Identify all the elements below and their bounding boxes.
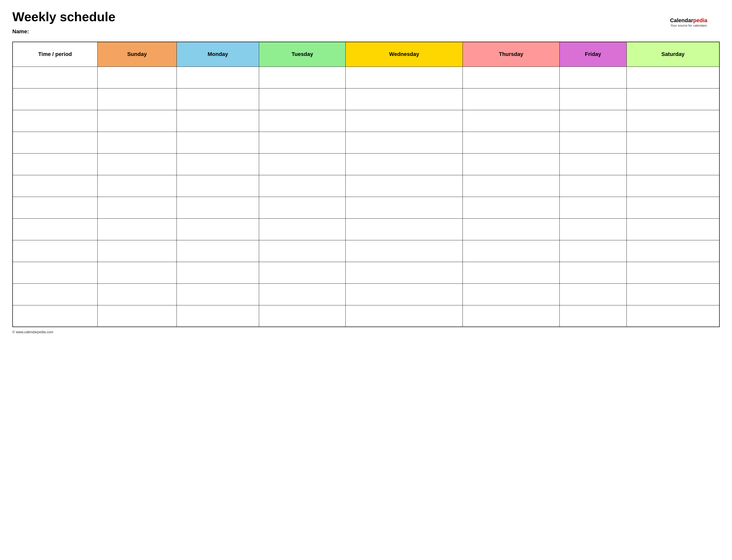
schedule-cell[interactable] — [177, 67, 259, 88]
schedule-cell[interactable] — [97, 67, 177, 88]
time-cell[interactable] — [13, 132, 97, 153]
time-cell[interactable] — [13, 262, 97, 283]
schedule-cell[interactable] — [177, 88, 259, 110]
schedule-cell[interactable] — [627, 132, 719, 153]
schedule-cell[interactable] — [346, 197, 463, 218]
schedule-cell[interactable] — [559, 240, 626, 262]
schedule-cell[interactable] — [97, 110, 177, 132]
schedule-cell[interactable] — [559, 153, 626, 175]
schedule-cell[interactable] — [177, 197, 259, 218]
schedule-cell[interactable] — [346, 153, 463, 175]
schedule-cell[interactable] — [463, 218, 559, 240]
table-row[interactable] — [13, 110, 719, 132]
schedule-cell[interactable] — [97, 153, 177, 175]
schedule-cell[interactable] — [627, 67, 719, 88]
schedule-cell[interactable] — [97, 262, 177, 283]
schedule-cell[interactable] — [559, 88, 626, 110]
schedule-cell[interactable] — [463, 262, 559, 283]
schedule-cell[interactable] — [346, 218, 463, 240]
schedule-cell[interactable] — [97, 283, 177, 305]
time-cell[interactable] — [13, 197, 97, 218]
schedule-cell[interactable] — [259, 132, 346, 153]
schedule-cell[interactable] — [463, 88, 559, 110]
schedule-cell[interactable] — [259, 218, 346, 240]
schedule-cell[interactable] — [177, 218, 259, 240]
schedule-cell[interactable] — [559, 262, 626, 283]
schedule-cell[interactable] — [463, 132, 559, 153]
schedule-cell[interactable] — [559, 110, 626, 132]
table-row[interactable] — [13, 240, 719, 262]
schedule-cell[interactable] — [97, 197, 177, 218]
schedule-cell[interactable] — [177, 262, 259, 283]
table-row[interactable] — [13, 218, 719, 240]
schedule-cell[interactable] — [463, 305, 559, 327]
schedule-cell[interactable] — [559, 218, 626, 240]
schedule-cell[interactable] — [259, 110, 346, 132]
schedule-cell[interactable] — [559, 283, 626, 305]
time-cell[interactable] — [13, 88, 97, 110]
schedule-cell[interactable] — [259, 175, 346, 197]
schedule-cell[interactable] — [97, 175, 177, 197]
schedule-cell[interactable] — [346, 262, 463, 283]
schedule-cell[interactable] — [259, 283, 346, 305]
schedule-cell[interactable] — [177, 132, 259, 153]
schedule-cell[interactable] — [177, 305, 259, 327]
schedule-cell[interactable] — [346, 110, 463, 132]
schedule-cell[interactable] — [559, 197, 626, 218]
schedule-cell[interactable] — [97, 218, 177, 240]
schedule-cell[interactable] — [97, 305, 177, 327]
schedule-cell[interactable] — [463, 110, 559, 132]
time-cell[interactable] — [13, 305, 97, 327]
schedule-cell[interactable] — [259, 240, 346, 262]
schedule-cell[interactable] — [177, 283, 259, 305]
schedule-cell[interactable] — [346, 283, 463, 305]
table-row[interactable] — [13, 305, 719, 327]
schedule-cell[interactable] — [559, 67, 626, 88]
schedule-cell[interactable] — [97, 132, 177, 153]
schedule-cell[interactable] — [627, 305, 719, 327]
schedule-cell[interactable] — [559, 132, 626, 153]
schedule-cell[interactable] — [177, 240, 259, 262]
schedule-cell[interactable] — [177, 153, 259, 175]
time-cell[interactable] — [13, 218, 97, 240]
schedule-cell[interactable] — [627, 197, 719, 218]
time-cell[interactable] — [13, 110, 97, 132]
schedule-cell[interactable] — [346, 88, 463, 110]
schedule-cell[interactable] — [259, 305, 346, 327]
schedule-cell[interactable] — [346, 240, 463, 262]
schedule-cell[interactable] — [627, 175, 719, 197]
table-row[interactable] — [13, 88, 719, 110]
schedule-cell[interactable] — [346, 67, 463, 88]
schedule-cell[interactable] — [463, 175, 559, 197]
schedule-cell[interactable] — [463, 283, 559, 305]
schedule-cell[interactable] — [627, 283, 719, 305]
schedule-cell[interactable] — [559, 175, 626, 197]
schedule-cell[interactable] — [463, 67, 559, 88]
table-row[interactable] — [13, 132, 719, 153]
time-cell[interactable] — [13, 67, 97, 88]
schedule-cell[interactable] — [627, 88, 719, 110]
time-cell[interactable] — [13, 283, 97, 305]
schedule-cell[interactable] — [259, 197, 346, 218]
schedule-cell[interactable] — [177, 175, 259, 197]
schedule-cell[interactable] — [463, 197, 559, 218]
schedule-cell[interactable] — [559, 305, 626, 327]
schedule-cell[interactable] — [463, 240, 559, 262]
table-row[interactable] — [13, 67, 719, 88]
table-row[interactable] — [13, 197, 719, 218]
schedule-cell[interactable] — [627, 262, 719, 283]
schedule-cell[interactable] — [627, 110, 719, 132]
schedule-cell[interactable] — [627, 240, 719, 262]
table-row[interactable] — [13, 262, 719, 283]
table-row[interactable] — [13, 153, 719, 175]
time-cell[interactable] — [13, 240, 97, 262]
table-row[interactable] — [13, 175, 719, 197]
schedule-cell[interactable] — [627, 153, 719, 175]
schedule-cell[interactable] — [346, 305, 463, 327]
schedule-cell[interactable] — [97, 240, 177, 262]
schedule-cell[interactable] — [346, 175, 463, 197]
schedule-cell[interactable] — [97, 88, 177, 110]
schedule-cell[interactable] — [463, 153, 559, 175]
schedule-cell[interactable] — [627, 218, 719, 240]
time-cell[interactable] — [13, 175, 97, 197]
